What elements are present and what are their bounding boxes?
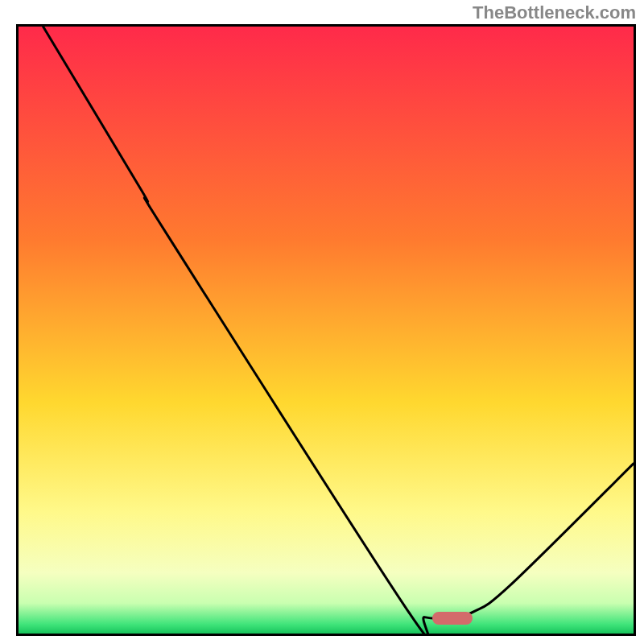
- watermark-label: TheBottleneck.com: [473, 2, 636, 23]
- chart-container: [16, 24, 636, 636]
- optimal-marker: [432, 612, 473, 625]
- chart-background: [19, 27, 634, 634]
- gradient-fill: [19, 27, 634, 634]
